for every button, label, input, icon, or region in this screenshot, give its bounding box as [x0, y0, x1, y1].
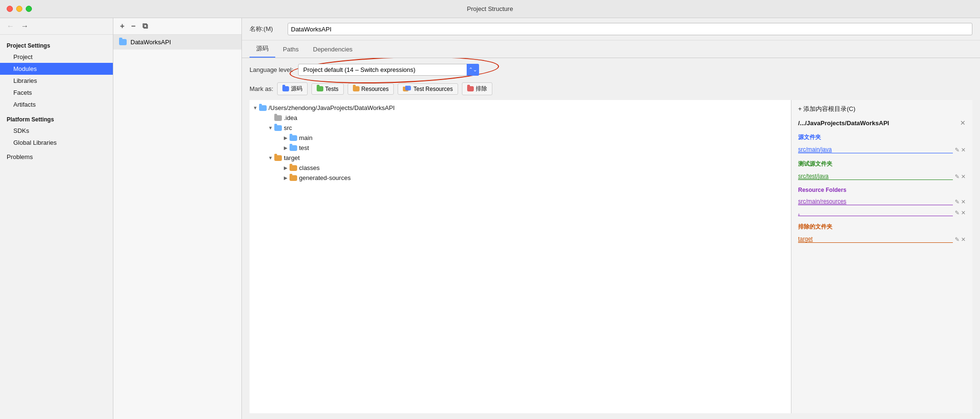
window-controls: [7, 6, 32, 12]
delete-resource-folder-button[interactable]: ✕: [961, 199, 966, 205]
module-item-dataworksapi[interactable]: DataWorksAPI: [113, 35, 241, 50]
resource-folder-actions: ✎ ✕: [955, 199, 966, 205]
sidebar-item-libraries[interactable]: Libraries: [0, 75, 113, 87]
maximize-button[interactable]: [26, 6, 32, 12]
resource-folder-entry: src/main/resources ✎ ✕: [798, 198, 966, 205]
tree-label-target: target: [284, 154, 300, 161]
mark-test-resources-button[interactable]: Test Resources: [398, 83, 458, 95]
mark-as-row: Mark as: 源码 Tests Resources Test Resourc…: [250, 82, 972, 95]
resource-folder-2-actions: ✎ ✕: [955, 210, 966, 216]
window-title: Project Structure: [467, 5, 513, 12]
mark-as-label: Mark as:: [250, 85, 273, 92]
sidebar-item-project[interactable]: Project: [0, 51, 113, 63]
content-root-path-text: /.../JavaProjects/DataWorksAPI: [798, 120, 889, 127]
tree-arrow-root: ▼: [251, 105, 259, 110]
edit-source-folder-button[interactable]: ✎: [955, 147, 960, 153]
right-panel: + 添加内容根目录(C) /.../JavaProjects/DataWorks…: [791, 100, 972, 413]
tree-arrow-main: ▶: [282, 135, 290, 140]
sidebar-item-modules[interactable]: Modules: [0, 63, 113, 75]
edit-excluded-folder-button[interactable]: ✎: [955, 236, 960, 243]
tree-arrow-target: ▼: [267, 155, 274, 160]
excluded-folder-actions: ✎ ✕: [955, 236, 966, 243]
tree-folder-main: [290, 135, 297, 141]
source-folder-path[interactable]: src/main/java: [798, 146, 953, 153]
minimize-button[interactable]: [16, 6, 22, 12]
close-button[interactable]: [7, 6, 13, 12]
sidebar-item-sdks[interactable]: SDKs: [0, 125, 113, 137]
resource-folder-path[interactable]: src/main/resources: [798, 198, 953, 205]
tree-label-generated: generated-sources: [299, 174, 350, 181]
excluded-folder-path[interactable]: target: [798, 236, 953, 243]
platform-settings-label: Platform Settings: [0, 110, 113, 125]
test-folder-entry: src/test/java ✎ ✕: [798, 173, 966, 180]
language-level-row: Language level: Project default (14 – Sw…: [250, 64, 972, 76]
excluded-folder-entry: target ✎ ✕: [798, 236, 966, 243]
delete-resource-folder-2-button[interactable]: ✕: [961, 210, 966, 216]
sidebar-item-problems[interactable]: Problems: [0, 149, 113, 165]
file-tree[interactable]: ▼ /Users/zhendong/JavaProjects/DataWorks…: [250, 100, 791, 413]
tabs-row: 源码 Paths Dependencies: [242, 40, 980, 58]
tree-item-classes[interactable]: ▶ classes: [250, 163, 791, 173]
mark-tests-button[interactable]: Tests: [311, 83, 344, 95]
tree-item-test[interactable]: ▶ test: [250, 143, 791, 153]
tree-arrow-test: ▶: [282, 145, 290, 150]
tree-arrow-classes: ▶: [282, 165, 290, 170]
source-folder-label: 源文件夹: [798, 133, 966, 141]
source-folder-actions: ✎ ✕: [955, 147, 966, 153]
name-row: 名称:(M): [242, 18, 980, 40]
tree-folder-test: [290, 145, 297, 151]
module-name-input[interactable]: [288, 23, 972, 35]
tree-folder-src: [274, 125, 282, 131]
add-content-root-button[interactable]: + 添加内容根目录(C): [798, 105, 966, 113]
resource-folder-path-2[interactable]: .: [798, 209, 953, 216]
tab-sources[interactable]: 源码: [250, 40, 275, 58]
tree-item-generated-sources[interactable]: ▶ generated-sources: [250, 173, 791, 183]
tree-item-src[interactable]: ▼ src: [250, 123, 791, 133]
test-folder-path[interactable]: src/test/java: [798, 173, 953, 180]
tree-item-idea[interactable]: .idea: [250, 113, 791, 123]
copy-module-button[interactable]: ⧉: [140, 21, 150, 31]
sources-tab-content: Language level: Project default (14 – Sw…: [242, 58, 980, 419]
lang-dropdown-arrow-icon: ⌃⌄: [467, 64, 479, 76]
delete-source-folder-button[interactable]: ✕: [961, 147, 966, 153]
test-folder-label: 测试源文件夹: [798, 160, 966, 168]
back-button[interactable]: ←: [5, 21, 16, 31]
mark-excluded-button[interactable]: 排除: [462, 82, 492, 95]
add-content-root-label: + 添加内容根目录(C): [798, 105, 855, 113]
sidebar-item-facets[interactable]: Facets: [0, 87, 113, 99]
tree-folder-generated: [290, 175, 297, 181]
tab-dependencies[interactable]: Dependencies: [306, 42, 359, 58]
lang-level-select[interactable]: Project default (14 – Switch expressions…: [298, 64, 479, 76]
mark-resources-button[interactable]: Resources: [348, 83, 394, 95]
remove-content-root-button[interactable]: ✕: [960, 119, 966, 127]
sidebar-item-global-libraries[interactable]: Global Libraries: [0, 137, 113, 149]
delete-excluded-folder-button[interactable]: ✕: [961, 236, 966, 243]
mark-sources-button[interactable]: 源码: [277, 82, 308, 95]
sidebar-item-artifacts[interactable]: Artifacts: [0, 99, 113, 110]
sidebar: ← → Project Settings Project Modules Lib…: [0, 18, 113, 419]
split-area: ▼ /Users/zhendong/JavaProjects/DataWorks…: [250, 100, 972, 413]
add-module-button[interactable]: +: [118, 21, 126, 31]
tab-paths[interactable]: Paths: [276, 42, 305, 58]
edit-resource-folder-2-button[interactable]: ✎: [955, 210, 960, 216]
tree-item-target[interactable]: ▼ target: [250, 153, 791, 163]
edit-resource-folder-button[interactable]: ✎: [955, 199, 960, 205]
tests-folder-icon: [317, 86, 323, 91]
resources-folder-icon: [353, 86, 360, 91]
excluded-folder-icon: [467, 86, 474, 91]
resource-folder-entry-2: . ✎ ✕: [798, 209, 966, 216]
tree-item-root[interactable]: ▼ /Users/zhendong/JavaProjects/DataWorks…: [250, 103, 791, 113]
resource-folder-label: Resource Folders: [798, 187, 966, 193]
edit-test-folder-button[interactable]: ✎: [955, 173, 960, 180]
project-settings-label: Project Settings: [0, 39, 113, 51]
content-area: 名称:(M) 源码 Paths Dependencies Language le…: [242, 18, 980, 419]
tree-folder-idea: [274, 115, 282, 121]
tree-item-main[interactable]: ▶ main: [250, 133, 791, 143]
delete-test-folder-button[interactable]: ✕: [961, 173, 966, 180]
main-layout: ← → Project Settings Project Modules Lib…: [0, 18, 980, 419]
remove-module-button[interactable]: −: [129, 21, 137, 31]
tree-folder-target: [274, 155, 282, 161]
forward-button[interactable]: →: [19, 21, 30, 31]
title-bar: Project Structure: [0, 0, 980, 18]
module-item-label: DataWorksAPI: [130, 39, 171, 46]
